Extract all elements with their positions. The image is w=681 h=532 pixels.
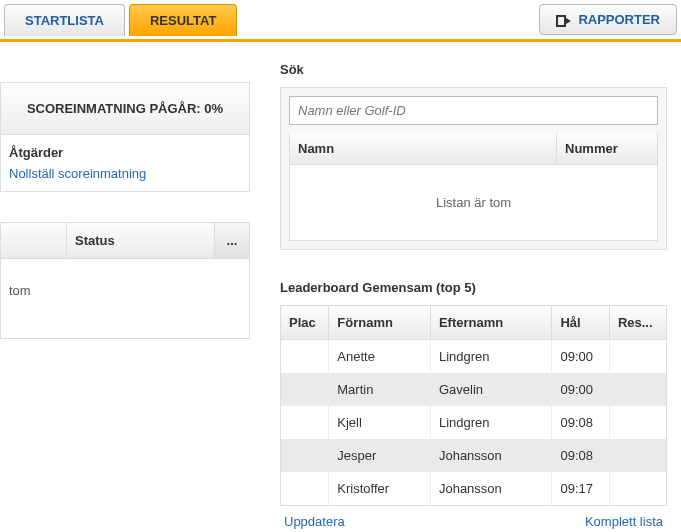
- search-col-name: Namn: [290, 133, 557, 164]
- status-empty: tom: [1, 259, 249, 338]
- lb-col-plac: Plac: [281, 306, 329, 340]
- top-tabs: STARTLISTA RESULTAT RAPPORTER: [0, 0, 681, 42]
- cell-res: [609, 406, 666, 439]
- cell-res: [609, 439, 666, 472]
- full-list-link[interactable]: Komplett lista: [585, 514, 663, 529]
- table-row[interactable]: KjellLindgren09:08: [281, 406, 666, 439]
- status-col-blank: [1, 223, 67, 258]
- table-row[interactable]: AnetteLindgren09:00: [281, 340, 666, 374]
- cell-hal: 09:08: [552, 406, 609, 439]
- cell-plac: [281, 406, 329, 439]
- cell-hal: 09:08: [552, 439, 609, 472]
- cell-res: [609, 472, 666, 505]
- lb-col-hal: Hål: [552, 306, 609, 340]
- cell-hal: 09:00: [552, 373, 609, 406]
- cell-first: Kjell: [329, 406, 431, 439]
- search-heading: Sök: [280, 62, 667, 77]
- search-empty: Listan är tom: [289, 165, 658, 241]
- cell-res: [609, 340, 666, 374]
- cell-last: Johansson: [430, 472, 552, 505]
- status-col-status: Status: [67, 223, 215, 258]
- cell-last: Gavelin: [430, 373, 552, 406]
- table-row[interactable]: MartinGavelin09:00: [281, 373, 666, 406]
- tab-result[interactable]: RESULTAT: [129, 4, 237, 36]
- tab-startlist[interactable]: STARTLISTA: [4, 4, 125, 36]
- cell-first: Kristoffer: [329, 472, 431, 505]
- update-link[interactable]: Uppdatera: [284, 514, 345, 529]
- cell-last: Lindgren: [430, 340, 552, 374]
- cell-first: Anette: [329, 340, 431, 374]
- actions-heading: Åtgärder: [9, 145, 241, 160]
- lb-col-res: Res...: [609, 306, 666, 340]
- score-title: SCOREINMATNING PÅGÅR: 0%: [1, 83, 249, 135]
- reports-label: RAPPORTER: [578, 12, 660, 27]
- cell-hal: 09:17: [552, 472, 609, 505]
- cell-res: [609, 373, 666, 406]
- export-icon: [556, 13, 572, 27]
- cell-plac: [281, 472, 329, 505]
- table-row[interactable]: JesperJohansson09:08: [281, 439, 666, 472]
- search-box: Namn Nummer Listan är tom: [280, 87, 667, 250]
- cell-first: Martin: [329, 373, 431, 406]
- leaderboard-table: Plac Förnamn Efternamn Hål Res... Anette…: [281, 306, 666, 505]
- reset-score-link[interactable]: Nollställ scoreinmatning: [9, 166, 241, 181]
- lb-col-first: Förnamn: [329, 306, 431, 340]
- cell-first: Jesper: [329, 439, 431, 472]
- cell-last: Johansson: [430, 439, 552, 472]
- status-panel: Status ... tom: [0, 222, 250, 339]
- cell-last: Lindgren: [430, 406, 552, 439]
- cell-plac: [281, 373, 329, 406]
- status-more-button[interactable]: ...: [215, 223, 249, 258]
- search-input[interactable]: [289, 96, 658, 125]
- cell-hal: 09:00: [552, 340, 609, 374]
- search-col-number: Nummer: [557, 133, 657, 164]
- leaderboard-heading: Leaderboard Gemensam (top 5): [280, 280, 667, 295]
- cell-plac: [281, 439, 329, 472]
- score-panel: SCOREINMATNING PÅGÅR: 0% Åtgärder Nollst…: [0, 82, 250, 192]
- reports-button[interactable]: RAPPORTER: [539, 4, 677, 35]
- lb-col-last: Efternamn: [430, 306, 552, 340]
- cell-plac: [281, 340, 329, 374]
- table-row[interactable]: KristofferJohansson09:17: [281, 472, 666, 505]
